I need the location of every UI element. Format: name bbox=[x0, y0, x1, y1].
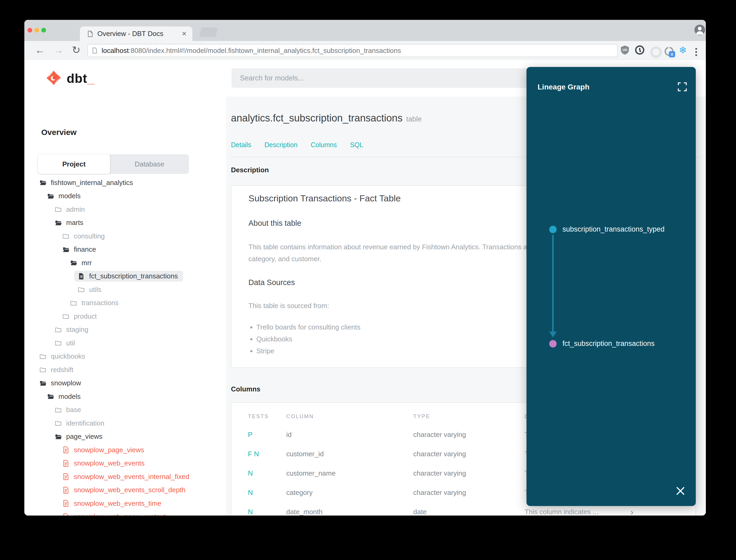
tree-item-product[interactable]: product bbox=[24, 310, 226, 323]
reload-button[interactable]: ↻ bbox=[72, 41, 80, 60]
tree-item-page_views[interactable]: page_views bbox=[24, 430, 226, 444]
tree-item-snowplow[interactable]: snowplow bbox=[24, 377, 226, 390]
tree-item-snowplow_web_events_time[interactable]: snowplow_web_events_time bbox=[24, 497, 226, 510]
tab-details[interactable]: Details bbox=[231, 141, 251, 149]
tree-item-label: page_views bbox=[66, 432, 102, 441]
tab-columns[interactable]: Columns bbox=[311, 141, 337, 149]
onepassword-extension-icon[interactable] bbox=[635, 45, 644, 56]
tree-item-label: mrr bbox=[82, 259, 92, 267]
tree-item-staging[interactable]: staging bbox=[24, 323, 226, 337]
folder-icon bbox=[55, 419, 62, 427]
tree-item-snowplow_web_events[interactable]: snowplow_web_events bbox=[24, 457, 226, 470]
chevron-right-icon[interactable]: › bbox=[630, 505, 633, 516]
folder-icon bbox=[62, 232, 70, 240]
tree-item-label: snowplow_web_events_internal_fixed bbox=[74, 473, 190, 481]
zoom-window-button[interactable] bbox=[41, 28, 46, 33]
tree-item-label: fishtown_internal_analytics bbox=[51, 179, 133, 187]
tree-item-fishtown_internal_analytics[interactable]: fishtown_internal_analytics bbox=[24, 176, 226, 189]
cell-tests: N bbox=[248, 467, 253, 480]
back-button[interactable]: ← bbox=[35, 41, 45, 60]
tree-item-label: snowplow_page_views bbox=[74, 446, 144, 454]
sidebar-title: Overview bbox=[41, 128, 76, 137]
tree-item-snowplow_web_events_internal_fixed[interactable]: snowplow_web_events_internal_fixed bbox=[24, 470, 226, 484]
tree-item-base[interactable]: base bbox=[24, 403, 226, 417]
cell-tests: F N bbox=[248, 447, 259, 460]
power-extension-icon[interactable]: x bbox=[665, 47, 674, 56]
folder-icon bbox=[39, 353, 47, 360]
tree-item-finance[interactable]: finance bbox=[24, 243, 226, 256]
tree-item-label: fct_subscription_transactions bbox=[89, 272, 178, 280]
header-tests: TESTS bbox=[248, 413, 269, 419]
tree-item-quickbooks[interactable]: quickbooks bbox=[24, 350, 226, 363]
tree-item-fct_subscription_transactions[interactable]: fct_subscription_transactions bbox=[24, 270, 226, 283]
lineage-edge bbox=[552, 235, 554, 333]
tab-sql[interactable]: SQL bbox=[350, 141, 363, 149]
tab-description[interactable]: Description bbox=[264, 141, 297, 149]
lineage-node-subscription_transactions_typed[interactable]: subscription_transactions_typed bbox=[549, 225, 665, 233]
doc-title: Subscription Transactions - Fact Table bbox=[249, 193, 401, 204]
tree-item-label: marts bbox=[66, 219, 83, 227]
sources-list: Trello boards for consulting clientsQuic… bbox=[249, 321, 361, 357]
dbt-logo-icon[interactable] bbox=[46, 70, 62, 87]
tree-item-label: utils bbox=[89, 286, 101, 294]
tab-database[interactable]: Database bbox=[110, 154, 189, 174]
tab-close-icon[interactable]: × bbox=[182, 26, 187, 40]
table-row-date_month[interactable]: Ndate_monthdateThis column indicates ...… bbox=[232, 505, 695, 516]
minimize-window-button[interactable] bbox=[34, 28, 39, 33]
tree-item-admin[interactable]: admin bbox=[24, 203, 226, 216]
tree-item-mrr[interactable]: mrr bbox=[24, 256, 226, 270]
tree-item-label: util bbox=[66, 339, 75, 347]
lineage-edge-arrowhead bbox=[549, 332, 557, 337]
tree-item-snowplow_web_page_context[interactable]: snowplow_web_page_context bbox=[24, 510, 226, 516]
tree-item-utils[interactable]: utils bbox=[24, 283, 226, 296]
close-window-button[interactable] bbox=[28, 28, 32, 33]
node-label: subscription_transactions_typed bbox=[562, 225, 665, 233]
folder-icon bbox=[55, 206, 62, 213]
sidebar: Overview Project Database fishtown_inter… bbox=[24, 97, 226, 516]
tree-item-models[interactable]: models bbox=[24, 390, 226, 403]
tree-item-consulting[interactable]: consulting bbox=[24, 229, 226, 243]
node-dot bbox=[549, 226, 557, 233]
tree-item-snowplow_page_views[interactable]: snowplow_page_views bbox=[24, 443, 226, 457]
folder-icon bbox=[70, 299, 77, 307]
folder-open-icon bbox=[62, 246, 70, 253]
extension-donut-icon[interactable] bbox=[650, 46, 662, 58]
cell-column: customer_name bbox=[286, 467, 336, 480]
ublock-extension-icon[interactable]: UO bbox=[620, 45, 630, 56]
file-tree: fishtown_internal_analyticsmodelsadminma… bbox=[24, 176, 226, 516]
expand-fullscreen-icon[interactable] bbox=[678, 82, 687, 92]
cell-tests: N bbox=[248, 486, 253, 499]
columns-section-heading: Columns bbox=[231, 385, 260, 393]
tree-item-label: finance bbox=[74, 245, 96, 254]
file-filled-icon bbox=[78, 273, 85, 280]
lineage-node-fct_subscription_transactions[interactable]: fct_subscription_transactions bbox=[549, 340, 654, 348]
tree-item-identification[interactable]: identification bbox=[24, 417, 226, 430]
svg-text:UO: UO bbox=[622, 48, 627, 52]
browser-menu-icon[interactable] bbox=[695, 47, 697, 56]
profile-avatar[interactable] bbox=[694, 25, 705, 35]
folder-open-icon bbox=[39, 179, 47, 186]
tree-item-util[interactable]: util bbox=[24, 336, 226, 350]
tree-item-models[interactable]: models bbox=[24, 189, 226, 203]
tree-item-snowplow_web_events_scroll_depth[interactable]: snowplow_web_events_scroll_depth bbox=[24, 484, 226, 497]
tree-item-label: snowplow bbox=[51, 379, 81, 387]
cell-type: date bbox=[413, 505, 427, 516]
tree-item-marts[interactable]: marts bbox=[24, 216, 226, 230]
tree-item-redshift[interactable]: redshift bbox=[24, 363, 226, 377]
folder-open-icon bbox=[70, 259, 77, 267]
url-bar[interactable]: localhost:8080/index.html#!/model/model.… bbox=[87, 44, 618, 57]
new-tab-button[interactable] bbox=[199, 28, 218, 37]
tab-project[interactable]: Project bbox=[38, 154, 110, 174]
cell-type: character varying bbox=[413, 428, 466, 441]
browser-tab[interactable]: Overview - DBT Docs × bbox=[80, 26, 192, 41]
sources-heading: Data Sources bbox=[249, 278, 295, 287]
tree-item-transactions[interactable]: transactions bbox=[24, 296, 226, 310]
forward-button[interactable]: → bbox=[53, 41, 64, 60]
folder-icon bbox=[39, 366, 47, 373]
folder-open-icon bbox=[55, 219, 62, 227]
snowflake-extension-icon[interactable]: ❄ bbox=[679, 45, 687, 55]
file-outline-icon bbox=[62, 513, 70, 516]
lineage-close-icon[interactable] bbox=[675, 485, 686, 497]
folder-icon bbox=[78, 286, 85, 293]
model-nav: DetailsDescriptionColumnsSQL bbox=[231, 141, 363, 149]
